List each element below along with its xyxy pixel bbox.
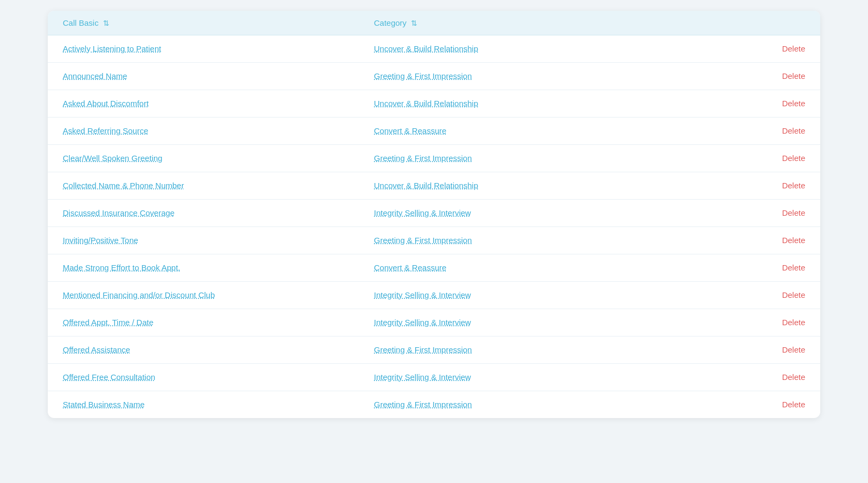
cell-category: Convert & Reassure	[374, 126, 762, 136]
table-row: Clear/Well Spoken Greeting Greeting & Fi…	[48, 145, 820, 172]
cell-action: Delete	[762, 126, 805, 136]
cell-basic: Offered Appt. Time / Date	[63, 318, 374, 327]
cell-action: Delete	[762, 236, 805, 245]
delete-button[interactable]: Delete	[782, 44, 805, 53]
table-row: Offered Appt. Time / Date Integrity Sell…	[48, 309, 820, 336]
delete-button[interactable]: Delete	[782, 71, 805, 80]
category-link[interactable]: Integrity Selling & Interview	[374, 290, 471, 299]
category-link[interactable]: Uncover & Build Relationship	[374, 181, 478, 190]
category-link[interactable]: Uncover & Build Relationship	[374, 99, 478, 108]
category-link[interactable]: Convert & Reassure	[374, 263, 446, 272]
delete-button[interactable]: Delete	[782, 208, 805, 217]
cell-action: Delete	[762, 263, 805, 273]
basic-link[interactable]: Clear/Well Spoken Greeting	[63, 153, 163, 163]
cell-category: Integrity Selling & Interview	[374, 372, 762, 382]
cell-basic: Actively Listening to Patient	[63, 44, 374, 54]
table-body: Actively Listening to Patient Uncover & …	[48, 35, 820, 418]
cell-category: Integrity Selling & Interview	[374, 290, 762, 300]
cell-category: Uncover & Build Relationship	[374, 99, 762, 108]
category-link[interactable]: Uncover & Build Relationship	[374, 44, 478, 53]
cell-category: Greeting & First Impression	[374, 153, 762, 163]
category-link[interactable]: Greeting & First Impression	[374, 153, 472, 163]
table-row: Stated Business Name Greeting & First Im…	[48, 391, 820, 418]
cell-category: Uncover & Build Relationship	[374, 44, 762, 54]
cell-action: Delete	[762, 290, 805, 300]
table-row: Inviting/Positive Tone Greeting & First …	[48, 227, 820, 254]
basic-link[interactable]: Announced Name	[63, 71, 127, 80]
cell-category: Greeting & First Impression	[374, 345, 762, 355]
basic-column-label: Call Basic	[63, 18, 99, 27]
cell-basic: Asked About Discomfort	[63, 99, 374, 108]
cell-basic: Announced Name	[63, 71, 374, 81]
basic-link[interactable]: Actively Listening to Patient	[63, 44, 161, 53]
cell-basic: Made Strong Effort to Book Appt.	[63, 263, 374, 273]
table-header: Call Basic ⇅ Category ⇅	[48, 11, 820, 35]
delete-button[interactable]: Delete	[782, 126, 805, 135]
delete-button[interactable]: Delete	[782, 290, 805, 299]
table-row: Made Strong Effort to Book Appt. Convert…	[48, 254, 820, 282]
category-link[interactable]: Convert & Reassure	[374, 126, 446, 135]
cell-action: Delete	[762, 208, 805, 218]
delete-button[interactable]: Delete	[782, 372, 805, 382]
table-row: Announced Name Greeting & First Impressi…	[48, 63, 820, 90]
cell-action: Delete	[762, 44, 805, 54]
category-link[interactable]: Greeting & First Impression	[374, 400, 472, 409]
basic-link[interactable]: Offered Free Consultation	[63, 372, 155, 382]
table-row: Mentioned Financing and/or Discount Club…	[48, 282, 820, 309]
basic-link[interactable]: Inviting/Positive Tone	[63, 236, 138, 245]
cell-basic: Collected Name & Phone Number	[63, 181, 374, 191]
delete-button[interactable]: Delete	[782, 263, 805, 272]
delete-button[interactable]: Delete	[782, 236, 805, 245]
sort-basic-icon[interactable]: ⇅	[103, 19, 109, 27]
sort-category-icon[interactable]: ⇅	[411, 19, 417, 27]
basic-link[interactable]: Asked About Discomfort	[63, 99, 149, 108]
column-header-basic: Call Basic ⇅	[63, 18, 374, 27]
cell-category: Integrity Selling & Interview	[374, 208, 762, 218]
basic-link[interactable]: Made Strong Effort to Book Appt.	[63, 263, 180, 272]
table-row: Offered Assistance Greeting & First Impr…	[48, 336, 820, 364]
delete-button[interactable]: Delete	[782, 99, 805, 108]
cell-category: Convert & Reassure	[374, 263, 762, 273]
cell-category: Greeting & First Impression	[374, 400, 762, 409]
basic-link[interactable]: Offered Appt. Time / Date	[63, 318, 153, 327]
delete-button[interactable]: Delete	[782, 181, 805, 190]
delete-button[interactable]: Delete	[782, 400, 805, 409]
table-row: Discussed Insurance Coverage Integrity S…	[48, 200, 820, 227]
category-link[interactable]: Greeting & First Impression	[374, 345, 472, 354]
category-link[interactable]: Integrity Selling & Interview	[374, 318, 471, 327]
table-row: Collected Name & Phone Number Uncover & …	[48, 172, 820, 200]
column-header-category: Category ⇅	[374, 18, 762, 27]
basic-link[interactable]: Collected Name & Phone Number	[63, 181, 184, 190]
cell-action: Delete	[762, 181, 805, 191]
basic-link[interactable]: Offered Assistance	[63, 345, 130, 354]
cell-action: Delete	[762, 318, 805, 327]
delete-button[interactable]: Delete	[782, 153, 805, 163]
cell-action: Delete	[762, 400, 805, 409]
cell-category: Uncover & Build Relationship	[374, 181, 762, 191]
cell-basic: Discussed Insurance Coverage	[63, 208, 374, 218]
delete-button[interactable]: Delete	[782, 345, 805, 354]
cell-basic: Inviting/Positive Tone	[63, 236, 374, 245]
cell-basic: Mentioned Financing and/or Discount Club	[63, 290, 374, 300]
data-table: Call Basic ⇅ Category ⇅ Actively Listeni…	[48, 11, 820, 418]
category-link[interactable]: Greeting & First Impression	[374, 236, 472, 245]
table-row: Offered Free Consultation Integrity Sell…	[48, 364, 820, 391]
cell-action: Delete	[762, 372, 805, 382]
cell-basic: Clear/Well Spoken Greeting	[63, 153, 374, 163]
category-link[interactable]: Integrity Selling & Interview	[374, 208, 471, 217]
cell-action: Delete	[762, 345, 805, 355]
cell-basic: Stated Business Name	[63, 400, 374, 409]
table-row: Asked About Discomfort Uncover & Build R…	[48, 90, 820, 118]
cell-category: Greeting & First Impression	[374, 71, 762, 81]
basic-link[interactable]: Asked Referring Source	[63, 126, 148, 135]
delete-button[interactable]: Delete	[782, 318, 805, 327]
category-column-label: Category	[374, 18, 407, 27]
cell-category: Integrity Selling & Interview	[374, 318, 762, 327]
table-row: Asked Referring Source Convert & Reassur…	[48, 118, 820, 145]
cell-basic: Offered Assistance	[63, 345, 374, 355]
basic-link[interactable]: Stated Business Name	[63, 400, 145, 409]
basic-link[interactable]: Mentioned Financing and/or Discount Club	[63, 290, 215, 299]
basic-link[interactable]: Discussed Insurance Coverage	[63, 208, 174, 217]
category-link[interactable]: Greeting & First Impression	[374, 71, 472, 80]
category-link[interactable]: Integrity Selling & Interview	[374, 372, 471, 382]
